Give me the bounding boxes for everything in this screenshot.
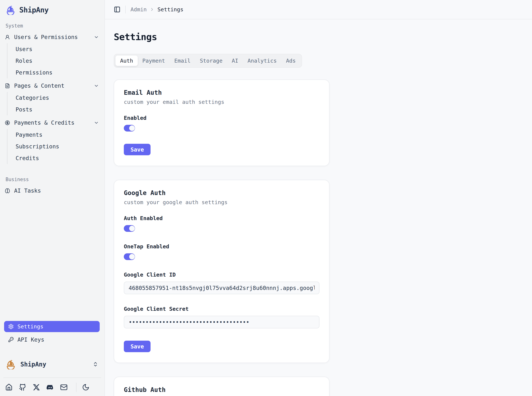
sidebar-item-settings-active[interactable]: Settings — [4, 321, 100, 332]
settings-tabs: Auth Payment Email Storage AI Analytics … — [114, 54, 302, 68]
content: Settings Auth Payment Email Storage AI A… — [105, 19, 532, 396]
team-switcher[interactable]: ShipAny — [4, 356, 100, 373]
google-auth-enabled-toggle[interactable] — [124, 225, 135, 232]
toggle-knob — [129, 226, 135, 231]
google-client-secret-input[interactable] — [124, 316, 320, 328]
google-onetap-toggle[interactable] — [124, 253, 135, 260]
sidebar: ShipAny System Users & Permissions Users… — [0, 0, 105, 396]
discord-link[interactable] — [46, 384, 54, 391]
sidebar-group-payments-credits[interactable]: Payments & Credits — [4, 117, 100, 128]
subnav-payments-credits: Payments Subscriptions Credits — [7, 129, 100, 164]
email-enabled-field: Enabled — [124, 115, 320, 132]
sidebar-spacer — [4, 197, 100, 321]
google-save-button[interactable]: Save — [124, 341, 150, 352]
footer-divider — [76, 383, 76, 392]
tab-email[interactable]: Email — [170, 56, 195, 66]
card-title: Email Auth — [124, 89, 320, 96]
sailboat-logo-icon — [6, 5, 16, 15]
tab-payment[interactable]: Payment — [138, 56, 170, 66]
panel-left-icon — [114, 6, 120, 13]
sidebar-item-api-keys[interactable]: API Keys — [4, 334, 100, 345]
card-subtitle: custom your google auth settings — [124, 199, 320, 205]
tab-ads[interactable]: Ads — [281, 56, 300, 66]
team-sailboat-icon — [6, 359, 16, 369]
sidebar-item-label: Settings — [17, 323, 43, 330]
breadcrumb-admin[interactable]: Admin — [131, 6, 147, 13]
brand-logo-row[interactable]: ShipAny — [4, 4, 100, 16]
sidebar-item-ai-tasks[interactable]: AI Tasks — [4, 185, 100, 197]
google-client-secret-field: Google Client Secret — [124, 306, 320, 328]
home-icon — [5, 384, 13, 391]
chevrons-up-down-icon — [93, 361, 98, 367]
card-subtitle: custom your email auth settings — [124, 99, 320, 105]
theme-toggle[interactable] — [82, 384, 90, 391]
tab-analytics[interactable]: Analytics — [243, 56, 281, 66]
badge-dollar-icon — [5, 120, 10, 125]
user-icon — [5, 35, 10, 40]
google-auth-enabled-field: Auth Enabled — [124, 215, 320, 232]
sidebar-item-users[interactable]: Users — [16, 43, 100, 55]
toggle-knob — [129, 125, 135, 131]
google-client-id-field: Google Client ID — [124, 272, 320, 294]
sidebar-item-credits[interactable]: Credits — [16, 152, 100, 164]
github-link[interactable] — [19, 384, 26, 391]
tab-storage[interactable]: Storage — [195, 56, 227, 66]
sidebar-item-label: AI Tasks — [14, 187, 41, 194]
sidebar-toggle-button[interactable] — [114, 6, 120, 13]
x-twitter-link[interactable] — [33, 384, 40, 391]
discord-icon — [46, 384, 54, 391]
chevron-down-icon — [94, 120, 99, 125]
moon-icon — [82, 384, 90, 391]
sidebar-item-payments[interactable]: Payments — [16, 129, 100, 141]
github-auth-card: Github Auth custom your github auth sett… — [114, 377, 330, 396]
section-label-business: Business — [4, 177, 100, 182]
sidebar-item-roles[interactable]: Roles — [16, 55, 100, 67]
subnav-pages-content: Categories Posts — [7, 92, 100, 115]
gear-icon — [8, 324, 14, 329]
brand-name: ShipAny — [19, 6, 48, 14]
sidebar-group-label: Payments & Credits — [14, 119, 74, 126]
field-label: Enabled — [124, 115, 320, 121]
tab-ai[interactable]: AI — [227, 56, 243, 66]
google-onetap-enabled-field: OneTap Enabled — [124, 243, 320, 260]
sidebar-item-categories[interactable]: Categories — [16, 92, 100, 104]
field-label: OneTap Enabled — [124, 243, 320, 250]
sidebar-group-label: Pages & Content — [14, 82, 64, 89]
card-title: Google Auth — [124, 189, 320, 197]
sidebar-item-subscriptions[interactable]: Subscriptions — [16, 141, 100, 152]
breadcrumb-current: Settings — [157, 6, 183, 13]
mail-icon — [60, 384, 68, 391]
file-text-icon — [5, 83, 10, 88]
tab-auth[interactable]: Auth — [115, 56, 138, 66]
card-title: Github Auth — [124, 386, 320, 393]
page-title: Settings — [114, 32, 523, 42]
main-area: Admin Settings Settings Auth Payment Ema… — [105, 0, 532, 396]
email-link[interactable] — [60, 384, 68, 391]
chevron-down-icon — [94, 83, 99, 88]
x-twitter-icon — [33, 384, 40, 391]
field-label: Google Client Secret — [124, 306, 320, 312]
subnav-users-permissions: Users Roles Permissions — [7, 43, 100, 78]
google-client-id-input[interactable] — [124, 282, 320, 294]
key-icon — [8, 337, 14, 342]
sidebar-item-label: API Keys — [17, 336, 44, 343]
email-auth-card: Email Auth custom your email auth settin… — [114, 80, 330, 166]
email-save-button[interactable]: Save — [124, 144, 150, 155]
sidebar-group-pages-content[interactable]: Pages & Content — [4, 80, 100, 92]
toggle-knob — [129, 254, 135, 259]
chevron-right-icon — [150, 7, 154, 12]
email-enabled-toggle[interactable] — [124, 125, 135, 132]
google-auth-card: Google Auth custom your google auth sett… — [114, 180, 330, 363]
section-label-system: System — [4, 23, 100, 29]
github-icon — [19, 384, 26, 391]
field-label: Auth Enabled — [124, 215, 320, 221]
sidebar-item-posts[interactable]: Posts — [16, 104, 100, 115]
sidebar-group-label: Users & Permissions — [14, 34, 78, 40]
chevron-down-icon — [94, 35, 99, 40]
brain-icon — [5, 188, 10, 193]
team-name: ShipAny — [20, 361, 46, 368]
breadcrumb: Admin Settings — [131, 6, 183, 13]
sidebar-item-permissions[interactable]: Permissions — [16, 67, 100, 78]
sidebar-group-users-permissions[interactable]: Users & Permissions — [4, 31, 100, 43]
home-link[interactable] — [5, 384, 13, 391]
